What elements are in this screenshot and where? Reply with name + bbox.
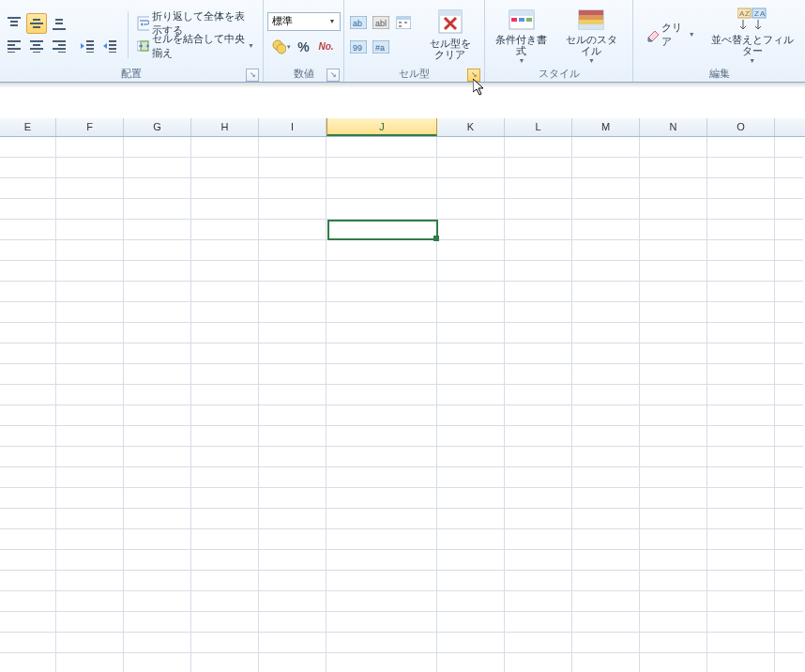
grid-cell[interactable] [327, 261, 437, 282]
col-header[interactable]: O [707, 118, 775, 136]
grid-cell[interactable] [259, 529, 327, 550]
grid-row[interactable] [0, 529, 805, 550]
grid-cell[interactable] [640, 178, 707, 199]
grid-cell[interactable] [56, 137, 124, 158]
grid-cell[interactable] [505, 240, 572, 261]
grid-cell[interactable] [124, 653, 191, 672]
grid-cell[interactable] [437, 488, 505, 509]
grid-cell[interactable] [505, 571, 572, 591]
grid-cell[interactable] [437, 426, 505, 447]
grid-cell[interactable] [259, 633, 327, 653]
grid-cell[interactable] [572, 323, 640, 344]
grid-cell[interactable] [707, 612, 775, 633]
grid-cell[interactable] [327, 405, 437, 426]
grid-row[interactable] [0, 302, 805, 323]
grid-cell[interactable] [775, 282, 803, 302]
grid-cell[interactable] [0, 426, 56, 447]
grid-cell[interactable] [56, 158, 124, 178]
grid-cell[interactable] [707, 488, 775, 509]
grid-cell[interactable] [505, 467, 572, 488]
grid-cell[interactable] [259, 488, 327, 509]
grid-cell[interactable] [572, 467, 640, 488]
grid-cell[interactable] [124, 261, 191, 282]
grid-cell[interactable] [259, 240, 327, 261]
grid-cell[interactable] [505, 158, 572, 178]
grid-cell[interactable] [707, 529, 775, 550]
grid-row[interactable] [0, 344, 805, 364]
grid-cell[interactable] [327, 178, 437, 199]
grid-cell[interactable] [572, 158, 640, 178]
grid-cell[interactable] [775, 302, 803, 323]
grid-cell[interactable] [437, 178, 505, 199]
grid-cell[interactable] [572, 199, 640, 220]
grid-cell[interactable] [191, 591, 259, 612]
grid-row[interactable] [0, 447, 805, 467]
grid-cell[interactable] [572, 385, 640, 405]
grid-cell[interactable] [775, 385, 803, 405]
grid-cell[interactable] [707, 633, 775, 653]
grid-cell[interactable] [0, 467, 56, 488]
sort-filter-button[interactable]: AZZA 並べ替えとフィルター ▼ [704, 4, 801, 66]
grid-cell[interactable] [572, 261, 640, 282]
grid-cell[interactable] [56, 509, 124, 529]
grid-cell[interactable] [191, 364, 259, 385]
grid-cell[interactable] [327, 467, 437, 488]
grid-cell[interactable] [775, 364, 803, 385]
grid-cell[interactable] [707, 240, 775, 261]
comma-style-button[interactable]: No. [316, 37, 337, 57]
grid-cell[interactable] [775, 220, 803, 240]
grid-cell[interactable] [0, 178, 56, 199]
grid-cell[interactable] [191, 488, 259, 509]
grid-cell[interactable] [124, 385, 191, 405]
grid-row[interactable] [0, 426, 805, 447]
grid-cell[interactable] [640, 612, 707, 633]
grid-cell[interactable] [707, 509, 775, 529]
grid-cell[interactable] [707, 199, 775, 220]
grid-cell[interactable] [640, 509, 707, 529]
grid-cell[interactable] [572, 426, 640, 447]
grid-cell[interactable] [0, 550, 56, 571]
grid-row[interactable] [0, 591, 805, 612]
grid-cell[interactable] [437, 447, 505, 467]
grid-cell[interactable] [327, 426, 437, 447]
grid-cell[interactable] [505, 178, 572, 199]
grid-cell[interactable] [56, 488, 124, 509]
grid-cell[interactable] [0, 385, 56, 405]
grid-cell[interactable] [572, 488, 640, 509]
grid-cell[interactable] [191, 323, 259, 344]
grid-cell[interactable] [505, 529, 572, 550]
grid-cell[interactable] [775, 633, 803, 653]
grid-cell[interactable] [0, 364, 56, 385]
grid-cell[interactable] [437, 591, 505, 612]
grid-cell[interactable] [191, 447, 259, 467]
col-header[interactable]: N [640, 118, 707, 136]
grid-cell[interactable] [0, 323, 56, 344]
merge-center-button[interactable]: セルを結合して中央揃え ▼ [132, 36, 259, 56]
grid-cell[interactable] [437, 323, 505, 344]
grid-cell[interactable] [0, 344, 56, 364]
grid-cell[interactable] [0, 633, 56, 653]
grid-cell[interactable] [124, 364, 191, 385]
grid-cell[interactable] [56, 405, 124, 426]
clear-celltype-button[interactable]: セル型をクリア [419, 4, 480, 66]
celltype-date[interactable] [393, 12, 414, 33]
grid-cell[interactable] [572, 653, 640, 672]
grid-row[interactable] [0, 137, 805, 158]
grid-cell[interactable] [437, 240, 505, 261]
grid-cell[interactable] [191, 240, 259, 261]
grid-cell[interactable] [640, 488, 707, 509]
grid-cell[interactable] [640, 302, 707, 323]
grid-cell[interactable] [191, 426, 259, 447]
grid-cell[interactable] [56, 447, 124, 467]
grid-cell[interactable] [259, 282, 327, 302]
grid-cell[interactable] [707, 405, 775, 426]
grid-cell[interactable] [56, 612, 124, 633]
grid-cell[interactable] [572, 550, 640, 571]
grid-cell[interactable] [572, 302, 640, 323]
grid-cell[interactable] [572, 571, 640, 591]
grid-cell[interactable] [775, 158, 803, 178]
grid-cell[interactable] [124, 344, 191, 364]
grid-row[interactable] [0, 240, 805, 261]
align-top[interactable] [4, 13, 24, 34]
grid-row[interactable] [0, 467, 805, 488]
